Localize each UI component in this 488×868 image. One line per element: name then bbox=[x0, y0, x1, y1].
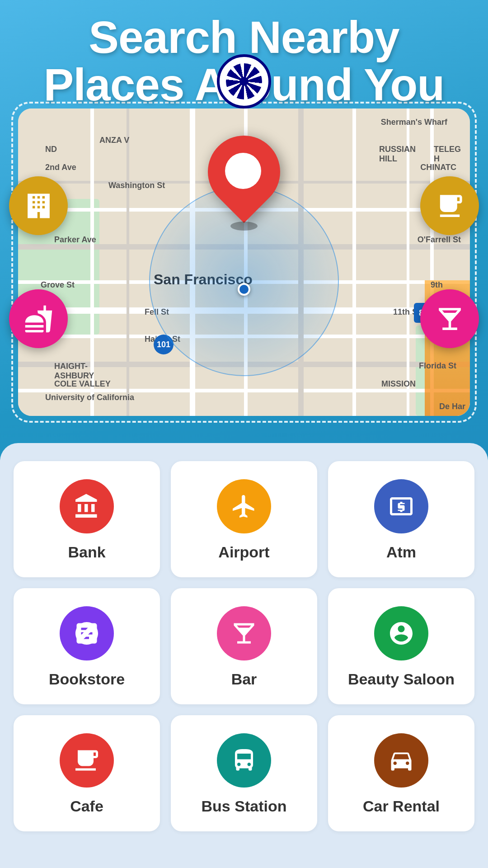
car-label: Car Rental bbox=[363, 797, 440, 815]
bank-label: Bank bbox=[68, 543, 105, 561]
car-icon-circle bbox=[374, 733, 428, 788]
bus-label: Bus Station bbox=[202, 797, 287, 815]
map-label-mission: MISSION bbox=[381, 379, 416, 389]
map-label-nd: ND bbox=[45, 145, 57, 154]
map-label-parker: Parker Ave bbox=[54, 235, 96, 245]
category-airport[interactable]: Airport bbox=[171, 461, 317, 577]
float-restaurant-icon[interactable] bbox=[9, 289, 68, 348]
float-hotel-icon[interactable] bbox=[9, 176, 68, 235]
atm-label: Atm bbox=[386, 543, 416, 561]
beauty-label: Beauty Saloon bbox=[348, 670, 455, 688]
category-beauty-saloon[interactable]: Beauty Saloon bbox=[328, 588, 474, 704]
airport-icon-circle bbox=[217, 479, 271, 533]
map-label-cole: COLE VALLEY bbox=[54, 379, 111, 389]
category-bus-station[interactable]: Bus Station bbox=[171, 715, 317, 831]
map-label-florida: Florida St bbox=[419, 361, 456, 371]
map-container: Sherman's Wharf RUSSIANHILL TELEGH CHINA… bbox=[18, 108, 470, 416]
map-label-ofarrell: O'Farrell St bbox=[418, 235, 461, 245]
category-bank[interactable]: Bank bbox=[14, 461, 160, 577]
cafe-label: Cafe bbox=[70, 797, 103, 815]
map-label-washington: Washington St bbox=[108, 181, 165, 190]
category-car-rental[interactable]: Car Rental bbox=[328, 715, 474, 831]
atm-icon-circle bbox=[374, 479, 428, 533]
map-label-2nd: 2nd Ave bbox=[45, 163, 76, 172]
bookstore-label: Bookstore bbox=[49, 670, 125, 688]
map-label-teleg: TELEGH bbox=[434, 145, 461, 164]
flag-decoration bbox=[217, 54, 271, 108]
bus-icon-circle bbox=[217, 733, 271, 788]
map-label-chinato: CHINATC bbox=[420, 163, 456, 172]
category-cafe[interactable]: Cafe bbox=[14, 715, 160, 831]
bar-label: Bar bbox=[231, 670, 257, 688]
category-bookstore[interactable]: Bookstore bbox=[14, 588, 160, 704]
airport-label: Airport bbox=[218, 543, 269, 561]
user-location-dot bbox=[238, 283, 250, 296]
map-label-wharf: Sherman's Wharf bbox=[381, 118, 447, 127]
map-label-9th: 9th bbox=[431, 280, 443, 290]
bookstore-icon-circle bbox=[60, 606, 114, 660]
cafe-icon-circle bbox=[60, 733, 114, 788]
bottom-panel: Bank Airport Atm Bookstore bbox=[0, 443, 488, 868]
bar-icon-circle bbox=[217, 606, 271, 660]
category-grid: Bank Airport Atm Bookstore bbox=[14, 461, 474, 831]
map-label-ucal: University of California bbox=[45, 393, 134, 402]
category-bar[interactable]: Bar bbox=[171, 588, 317, 704]
category-atm[interactable]: Atm bbox=[328, 461, 474, 577]
float-bar-icon[interactable] bbox=[420, 289, 479, 348]
location-pin bbox=[208, 136, 280, 226]
beauty-icon-circle bbox=[374, 606, 428, 660]
bank-icon-circle bbox=[60, 479, 114, 533]
map-label-russian: RUSSIANHILL bbox=[379, 145, 416, 164]
map-label-dehar: De Har bbox=[439, 402, 465, 411]
map-label-anza: ANZA V bbox=[99, 136, 129, 145]
map-label-haight-ash: HAIGHT-ASHBURY bbox=[54, 362, 94, 381]
float-cafe-icon[interactable] bbox=[420, 176, 479, 235]
map-label-grove: Grove St bbox=[41, 280, 75, 290]
